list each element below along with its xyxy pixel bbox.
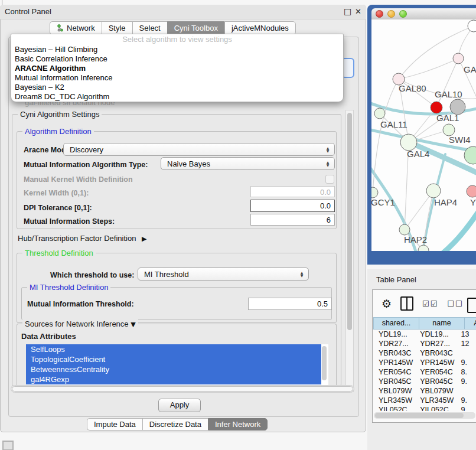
scrollbar-thumb[interactable] bbox=[375, 413, 464, 418]
minimize-traffic-light[interactable] bbox=[387, 10, 395, 18]
attribute-item-topologicalcoefficient[interactable]: TopologicalCoefficient bbox=[26, 354, 321, 364]
bottom-tabbar: Impute DataDiscretize DataInfer Network bbox=[87, 418, 268, 431]
tab-jactivemnodules[interactable]: jActiveMNodules bbox=[224, 21, 296, 35]
mi-threshold-input[interactable]: 0.5 bbox=[248, 298, 332, 310]
table-cell: 13 bbox=[456, 330, 476, 339]
network-window-titlebar[interactable] bbox=[371, 8, 476, 20]
table-row[interactable]: YIL052CYIL052C9 bbox=[373, 405, 476, 411]
gear-icon[interactable]: ⚙ bbox=[382, 297, 392, 310]
table-cell: YBR043C bbox=[415, 348, 455, 358]
selected-value: Naive Bayes bbox=[161, 159, 323, 168]
spinner-arrows-icon: ▲▼ bbox=[297, 271, 308, 277]
aracne-mode-select[interactable]: Discovery ▲▼ bbox=[63, 143, 335, 156]
network-icon bbox=[57, 24, 64, 32]
zoom-traffic-light[interactable] bbox=[399, 10, 407, 18]
table-cell: YPR145W bbox=[373, 358, 415, 367]
network-node[interactable] bbox=[371, 187, 378, 198]
table-row[interactable]: YDR27...YDR27...12 bbox=[373, 339, 476, 348]
spinner-arrows-icon: ▲▼ bbox=[323, 161, 334, 167]
bottom-tab-discretize-data[interactable]: Discretize Data bbox=[142, 418, 208, 431]
table-row[interactable]: YER054CYER054C8. bbox=[373, 367, 476, 377]
scrollbar-thumb[interactable] bbox=[347, 113, 352, 330]
table-row[interactable]: YLR345WYLR345W9. bbox=[373, 396, 476, 405]
columns-icon[interactable] bbox=[400, 296, 413, 311]
column-header-name[interactable]: name bbox=[419, 317, 465, 330]
bottom-tab-infer-network[interactable]: Infer Network bbox=[208, 418, 268, 431]
dropdown-item-mutual-information-inference[interactable]: Mutual Information Inference bbox=[11, 73, 343, 83]
apply-button[interactable]: Apply bbox=[158, 399, 201, 412]
table-cell: 8. bbox=[456, 367, 476, 377]
tab-label: Style bbox=[109, 22, 126, 34]
table-cell: YIL052C bbox=[373, 405, 415, 411]
dropdown-item-aracne-algorithm[interactable]: ARACNE Algorithm bbox=[11, 64, 343, 73]
dropdown-item-basic-correlation-inference[interactable]: Basic Correlation Inference bbox=[11, 54, 343, 64]
attribute-item-gal4rgexp[interactable]: gal4RGexp bbox=[26, 374, 321, 384]
network-node[interactable] bbox=[374, 108, 385, 119]
group-title: Cyni Algorithm Settings bbox=[18, 110, 102, 119]
network-node[interactable] bbox=[453, 53, 464, 64]
data-attributes-label: Data Attributes bbox=[21, 332, 76, 341]
dropdown-item-bayesian-k2[interactable]: Bayesian – K2 bbox=[11, 83, 343, 92]
dpi-tolerance-input[interactable]: 0.0 bbox=[250, 200, 335, 212]
settings-vertical-scrollbar[interactable] bbox=[345, 110, 354, 392]
network-node[interactable] bbox=[431, 102, 442, 113]
table-row[interactable]: YDL19...YDL19...13 bbox=[373, 330, 476, 339]
collapse-down-icon[interactable]: ▼ bbox=[131, 321, 135, 328]
list-scrollbar-thumb[interactable] bbox=[322, 346, 327, 380]
control-panel-tabbar: NetworkStyleSelectCyni ToolboxjActiveMNo… bbox=[50, 21, 296, 35]
network-node[interactable] bbox=[443, 124, 455, 136]
selected-value: Discovery bbox=[64, 145, 323, 154]
node-label-gal: GAL bbox=[464, 64, 476, 74]
column-header-a[interactable]: A bbox=[465, 317, 476, 330]
network-node[interactable] bbox=[399, 224, 410, 235]
table-row[interactable]: YBR045CYBR045C9. bbox=[373, 377, 476, 386]
float-window-icon[interactable]: □ bbox=[344, 8, 351, 15]
node-label-hap2: HAP2 bbox=[404, 234, 427, 244]
table-row[interactable]: YBL079WYBL079W bbox=[373, 386, 476, 396]
table-cell: YBR045C bbox=[373, 377, 415, 386]
data-attributes-list[interactable]: SelfLoopsTopologicalCoefficientBetweenne… bbox=[26, 344, 328, 385]
attribute-item-selfloops[interactable]: SelfLoops bbox=[26, 344, 321, 354]
mi-steps-input[interactable]: 6 bbox=[250, 214, 335, 226]
dropdown-item-bayesian-hill-climbing[interactable]: Bayesian – Hill Climbing bbox=[11, 45, 343, 54]
settings-horizontal-scrollbar[interactable] bbox=[11, 385, 354, 393]
tab-network[interactable]: Network bbox=[50, 21, 102, 35]
hub-definition-toggle[interactable]: Hub/Transcription Factor Definition ▶ bbox=[18, 234, 146, 243]
column-header-shared[interactable]: shared... bbox=[373, 317, 419, 330]
deselect-all-icon[interactable]: ☐☐ bbox=[447, 299, 463, 308]
mi-algorithm-type-label: Mutual Information Algorithm Type: bbox=[24, 161, 148, 169]
network-node[interactable] bbox=[467, 185, 476, 197]
document-icon[interactable] bbox=[467, 298, 476, 313]
close-icon[interactable]: ✕ bbox=[355, 7, 361, 16]
close-traffic-light[interactable] bbox=[376, 10, 383, 18]
scrollbar-thumb[interactable] bbox=[12, 386, 353, 392]
node-label-gal80: GAL80 bbox=[399, 83, 426, 93]
network-node[interactable] bbox=[468, 20, 476, 32]
tab-style[interactable]: Style bbox=[102, 21, 132, 35]
dropdown-item-dream8-dc-tdc-algorithm[interactable]: Dream8 DC_TDC Algorithm bbox=[11, 92, 343, 102]
table-cell: YIL052C bbox=[415, 405, 455, 411]
mi-algorithm-type-select[interactable]: Naive Bayes ▲▼ bbox=[161, 157, 335, 170]
select-all-icon[interactable]: ☑☑ bbox=[422, 299, 438, 308]
resize-grip[interactable] bbox=[2, 441, 14, 450]
bottom-tab-impute-data[interactable]: Impute Data bbox=[87, 418, 142, 431]
table-cell: YER054C bbox=[415, 367, 455, 377]
sources-toggle[interactable]: Sources for Network Inference ▼ bbox=[22, 319, 138, 328]
tab-select[interactable]: Select bbox=[132, 21, 167, 35]
network-node[interactable] bbox=[400, 134, 417, 151]
table-row[interactable]: YBR043CYBR043C bbox=[373, 348, 476, 358]
attribute-item-betweennesscentrality[interactable]: BetweennessCentrality bbox=[26, 364, 321, 374]
collapse-right-icon[interactable]: ▶ bbox=[142, 235, 146, 243]
tab-label: Network bbox=[67, 22, 95, 34]
network-node[interactable] bbox=[426, 184, 441, 198]
network-edge bbox=[399, 26, 474, 79]
tab-cyni-toolbox[interactable]: Cyni Toolbox bbox=[167, 21, 224, 35]
table-row[interactable]: YPR145WYPR145W9. bbox=[373, 358, 476, 367]
table-horizontal-scrollbar[interactable] bbox=[374, 412, 475, 419]
which-threshold-select[interactable]: MI Threshold ▲▼ bbox=[138, 268, 309, 281]
table-cell bbox=[456, 386, 476, 396]
algorithm-dropdown-list: Select algorithm to view settings Bayesi… bbox=[11, 34, 344, 102]
selected-value: MI Threshold bbox=[138, 270, 297, 279]
table-cell: 12 bbox=[456, 339, 476, 348]
network-canvas[interactable]: GALGAL80GAL10GAL1GAL11SWI4GAL4GCY1HAP4YH… bbox=[371, 19, 476, 251]
